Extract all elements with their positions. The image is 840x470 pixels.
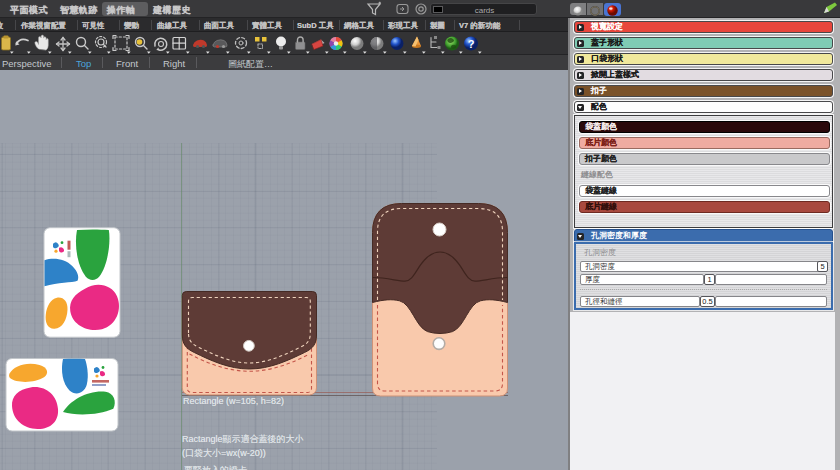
svg-text:?: ? [468, 38, 475, 50]
